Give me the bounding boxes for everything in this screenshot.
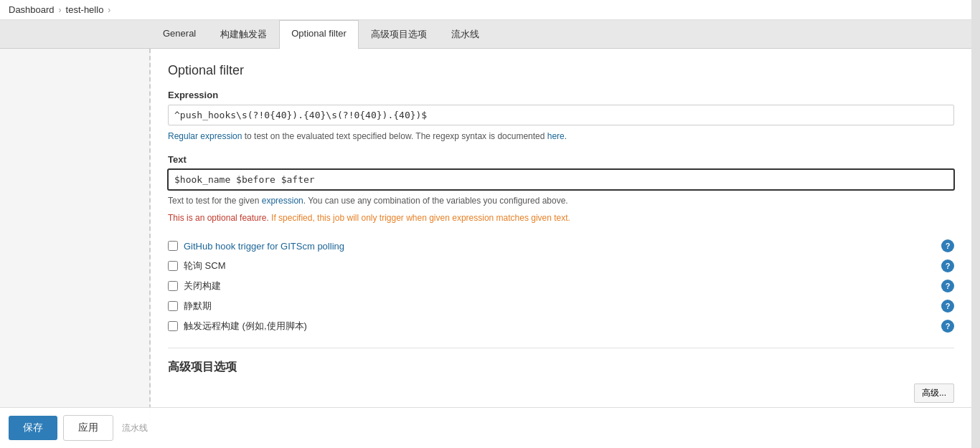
bottom-actions: 保存 应用 流水线 xyxy=(0,407,971,445)
content-panel: Optional filter Expression Regular expre… xyxy=(151,49,971,423)
text-help-prefix: Text to test for the given xyxy=(168,196,262,206)
expression-help-prefix: Regular expression xyxy=(168,131,242,141)
checkbox-remote-trigger-label: 触发远程构建 (例如,使用脚本) xyxy=(184,320,307,333)
checkbox-disable-build-label: 关闭构建 xyxy=(184,280,221,292)
checkbox-list: GitHub hook trigger for GITScm polling ?… xyxy=(168,236,954,336)
advanced-section-title: 高级项目选项 xyxy=(168,360,954,375)
save-button[interactable]: 保存 xyxy=(9,416,57,440)
tab-general[interactable]: General xyxy=(151,20,208,48)
checkbox-row-disable-build: 关闭构建 ? xyxy=(168,276,954,296)
checkbox-row-github: GitHub hook trigger for GITScm polling ? xyxy=(168,236,954,256)
left-border xyxy=(0,49,151,423)
help-quiet-period[interactable]: ? xyxy=(941,300,954,313)
optional-note-black: This is an optional feature. xyxy=(168,213,269,223)
checkbox-github[interactable] xyxy=(168,241,178,251)
text-help-suffix: . You can use any combination of the var… xyxy=(303,196,568,206)
optional-filter-title: Optional filter xyxy=(168,63,954,78)
checkbox-poll-scm[interactable] xyxy=(168,261,178,271)
checkbox-quiet-period-label: 静默期 xyxy=(184,300,212,313)
tab-bar: General 构建触发器 Optional filter 高级项目选项 流水线 xyxy=(0,20,971,49)
checkbox-poll-scm-label: 轮询 SCM xyxy=(184,259,226,272)
advanced-button[interactable]: 高级... xyxy=(914,383,954,403)
help-poll-scm[interactable]: ? xyxy=(941,259,954,272)
tab-pipeline[interactable]: 流水线 xyxy=(439,20,491,48)
text-input[interactable] xyxy=(168,169,954,190)
breadcrumb-project[interactable]: test-hello xyxy=(66,4,104,15)
optional-note: This is an optional feature. If specifie… xyxy=(168,211,954,224)
breadcrumb-arrow-1: › xyxy=(59,5,62,15)
expression-field-group: Expression Regular expression to test on… xyxy=(168,90,954,143)
text-help-expression: expression xyxy=(262,196,303,206)
tab-optional-filter[interactable]: Optional filter xyxy=(279,20,359,49)
breadcrumb-dashboard[interactable]: Dashboard xyxy=(9,4,55,15)
breadcrumb: Dashboard › test-hello › xyxy=(0,0,980,20)
pipeline-label: 流水线 xyxy=(122,422,148,434)
checkbox-row-remote-trigger: 触发远程构建 (例如,使用脚本) ? xyxy=(168,316,954,336)
help-disable-build[interactable]: ? xyxy=(941,280,954,292)
help-remote-trigger[interactable]: ? xyxy=(941,320,954,333)
checkbox-row-poll-scm: 轮询 SCM ? xyxy=(168,256,954,276)
checkbox-remote-trigger[interactable] xyxy=(168,321,178,331)
checkbox-github-label: GitHub hook trigger for GITScm polling xyxy=(184,241,344,252)
checkbox-row-quiet-period: 静默期 ? xyxy=(168,296,954,316)
advanced-row: 高级... xyxy=(168,383,954,403)
apply-button[interactable]: 应用 xyxy=(63,415,113,441)
help-github[interactable]: ? xyxy=(941,239,954,252)
content-area: Optional filter Expression Regular expre… xyxy=(0,49,971,423)
checkbox-disable-build[interactable] xyxy=(168,281,178,291)
scrollbar[interactable] xyxy=(971,0,980,445)
text-help: Text to test for the given expression. Y… xyxy=(168,194,954,207)
text-label: Text xyxy=(168,154,954,165)
expression-help: Regular expression to test on the evalua… xyxy=(168,130,954,143)
optional-note-orange: If specified, this job will only trigger… xyxy=(269,213,570,223)
section-divider xyxy=(168,348,954,348)
text-field-group: Text Text to test for the given expressi… xyxy=(168,154,954,224)
expression-label: Expression xyxy=(168,90,954,100)
expression-help-middle: to test on the evaluated text specified … xyxy=(242,131,547,141)
tab-build-trigger[interactable]: 构建触发器 xyxy=(208,20,279,48)
tab-advanced-options[interactable]: 高级项目选项 xyxy=(359,20,439,48)
expression-input[interactable] xyxy=(168,105,954,125)
checkbox-quiet-period[interactable] xyxy=(168,301,178,311)
breadcrumb-arrow-2: › xyxy=(108,5,110,15)
expression-help-link[interactable]: here. xyxy=(547,131,567,141)
